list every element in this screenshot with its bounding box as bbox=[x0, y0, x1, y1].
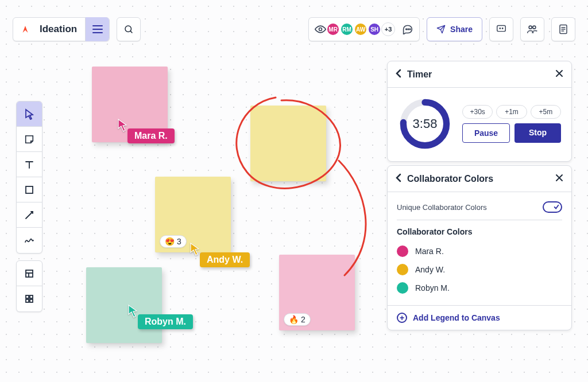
svg-point-9 bbox=[533, 26, 536, 29]
collaborator-row: Mara R. bbox=[397, 242, 562, 260]
svg-rect-11 bbox=[26, 186, 33, 193]
share-label: Share bbox=[450, 25, 473, 34]
back-button[interactable] bbox=[396, 69, 401, 80]
unique-colors-label: Unique Collaborator Colors bbox=[397, 203, 487, 212]
freehand-tool[interactable] bbox=[17, 228, 42, 253]
cursor-name: Robyn M. bbox=[138, 314, 193, 329]
visibility-icon[interactable] bbox=[315, 25, 326, 33]
text-tool[interactable] bbox=[17, 152, 42, 177]
timer-panel: Timer 3:58 +30s +1m +5m Pause Stop bbox=[387, 61, 572, 162]
chat-button[interactable] bbox=[489, 17, 513, 41]
close-button[interactable] bbox=[555, 173, 563, 185]
svg-point-7 bbox=[502, 28, 502, 29]
avatar[interactable]: MR bbox=[326, 22, 340, 36]
panel-title: Collaborator Colors bbox=[407, 174, 493, 184]
collaborator-name: Robyn M. bbox=[415, 283, 450, 293]
avatar[interactable]: SH bbox=[368, 22, 381, 36]
svg-point-6 bbox=[500, 28, 500, 29]
color-swatch bbox=[397, 245, 408, 257]
svg-rect-15 bbox=[26, 299, 29, 302]
panel-title: Timer bbox=[407, 69, 432, 80]
document-title[interactable]: Ideation bbox=[37, 24, 85, 35]
remote-cursor: Robyn M. bbox=[127, 304, 193, 329]
share-button[interactable]: Share bbox=[427, 17, 482, 41]
cursor-name: Andy W. bbox=[200, 252, 250, 267]
layout-tool[interactable] bbox=[17, 261, 42, 286]
reaction-badge[interactable]: 😍 3 bbox=[160, 235, 187, 248]
timer-value: 3:58 bbox=[413, 116, 438, 131]
presence-bar: MR RM AW SH +3 bbox=[308, 17, 420, 41]
svg-rect-13 bbox=[26, 295, 29, 298]
collaborator-row: Andy W. bbox=[397, 260, 562, 279]
collab-colors-heading: Collaborator Colors bbox=[397, 220, 562, 242]
svg-point-8 bbox=[529, 26, 532, 29]
svg-point-4 bbox=[409, 29, 411, 30]
svg-point-2 bbox=[406, 29, 407, 30]
add-legend-button[interactable]: + Add Legend to Canvas bbox=[388, 305, 571, 330]
add-time-button[interactable]: +1m bbox=[496, 105, 527, 119]
shape-tool[interactable] bbox=[17, 177, 42, 202]
remote-cursor: Andy W. bbox=[189, 242, 250, 267]
collaborator-row: Robyn M. bbox=[397, 279, 562, 297]
comments-icon[interactable] bbox=[402, 24, 413, 34]
collaborator-colors-panel: Collaborator Colors Unique Collaborator … bbox=[387, 165, 572, 330]
plus-icon: + bbox=[397, 313, 407, 323]
line-tool[interactable] bbox=[17, 202, 42, 228]
reaction-count: 3 bbox=[177, 237, 181, 246]
stop-button[interactable]: Stop bbox=[514, 123, 561, 143]
fire-icon: 🔥 bbox=[289, 315, 299, 324]
grid-tool[interactable] bbox=[17, 286, 42, 311]
avatar[interactable]: RM bbox=[340, 22, 354, 36]
reaction-badge[interactable]: 🔥 2 bbox=[284, 313, 311, 326]
reaction-count: 2 bbox=[301, 315, 305, 324]
select-tool[interactable] bbox=[17, 102, 42, 127]
back-button[interactable] bbox=[396, 173, 401, 185]
search-button[interactable] bbox=[117, 17, 141, 41]
sticky-note[interactable] bbox=[250, 106, 326, 181]
color-swatch bbox=[397, 282, 408, 294]
remote-cursor: Mara R. bbox=[117, 118, 175, 143]
unique-colors-toggle[interactable] bbox=[543, 201, 562, 213]
cursor-name: Mara R. bbox=[127, 128, 175, 143]
svg-point-1 bbox=[319, 28, 322, 31]
app-logo-icon bbox=[13, 24, 37, 34]
pause-button[interactable]: Pause bbox=[462, 123, 510, 143]
notes-button[interactable] bbox=[551, 17, 575, 41]
people-button[interactable] bbox=[520, 17, 544, 41]
svg-rect-5 bbox=[497, 25, 506, 31]
add-legend-label: Add Legend to Canvas bbox=[413, 313, 500, 322]
add-time-button[interactable]: +30s bbox=[462, 105, 493, 119]
tool-palette bbox=[16, 101, 42, 312]
collaborator-name: Andy W. bbox=[415, 265, 445, 274]
menu-button[interactable] bbox=[85, 17, 109, 41]
svg-rect-12 bbox=[26, 270, 33, 277]
svg-rect-16 bbox=[30, 299, 33, 302]
add-time-button[interactable]: +5m bbox=[531, 105, 561, 119]
close-button[interactable] bbox=[555, 68, 563, 80]
document-header: Ideation bbox=[13, 17, 110, 41]
color-swatch bbox=[397, 264, 408, 275]
timer-clock: 3:58 bbox=[398, 97, 452, 151]
collaborator-name: Mara R. bbox=[415, 247, 444, 256]
heart-eyes-icon: 😍 bbox=[165, 237, 175, 246]
avatar-overflow[interactable]: +3 bbox=[381, 22, 395, 36]
avatar[interactable]: AW bbox=[354, 22, 368, 36]
sticky-note-tool[interactable] bbox=[17, 127, 42, 152]
svg-rect-14 bbox=[30, 295, 33, 298]
svg-point-3 bbox=[408, 29, 409, 30]
